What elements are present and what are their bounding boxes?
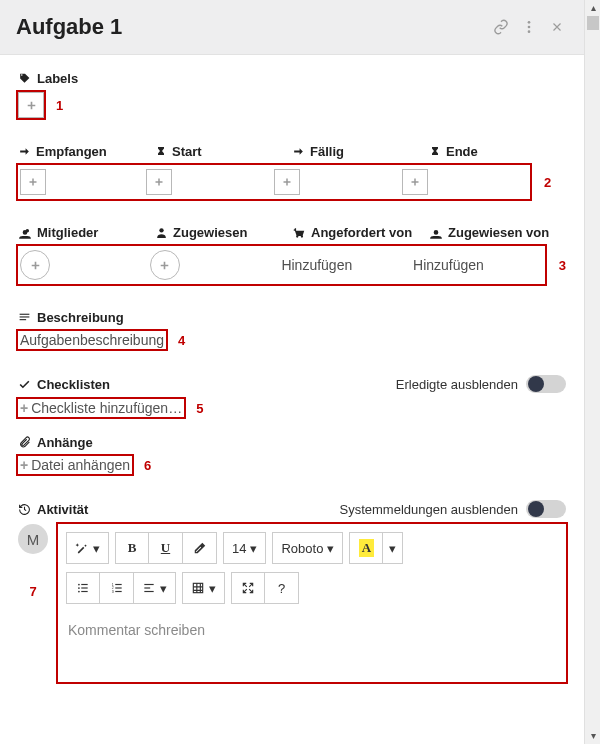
requested-by-icon xyxy=(292,226,306,240)
add-requested-by-button[interactable]: Hinzufügen xyxy=(281,255,352,275)
description-title: Beschreibung xyxy=(37,310,124,325)
annotation-7: 7 xyxy=(29,584,36,599)
chevron-down-icon: ▾ xyxy=(93,541,100,556)
editor-toolbar: ▾ B U 14▾ Roboto▾ xyxy=(58,524,566,572)
received-icon xyxy=(18,145,31,158)
members-icon xyxy=(18,226,32,240)
hide-system-toggle[interactable] xyxy=(526,500,566,518)
add-attachment-button[interactable]: + Datei anhängen xyxy=(18,456,132,474)
comment-editor: ▾ B U 14▾ Roboto▾ xyxy=(58,524,566,682)
scroll-down-arrow[interactable]: ▾ xyxy=(585,728,600,744)
end-icon xyxy=(429,146,441,158)
ul-button[interactable] xyxy=(66,572,100,604)
eraser-button[interactable] xyxy=(183,532,217,564)
section-people: Mitglieder Zugewiesen Angefordert von Zu… xyxy=(18,225,566,284)
add-member-button[interactable] xyxy=(20,250,50,280)
due-label: Fällig xyxy=(310,144,344,159)
scroll-up-arrow[interactable]: ▴ xyxy=(585,0,600,16)
hide-system-label: Systemmeldungen ausblenden xyxy=(339,502,518,517)
attachments-title: Anhänge xyxy=(37,435,93,450)
add-due-button[interactable] xyxy=(274,169,300,195)
ol-button[interactable]: 123 xyxy=(100,572,134,604)
due-icon xyxy=(292,145,305,158)
add-checklist-button[interactable]: + Checkliste hinzufügen… xyxy=(18,399,184,417)
bold-button[interactable]: B xyxy=(115,532,149,564)
underline-button[interactable]: U xyxy=(149,532,183,564)
svg-text:3: 3 xyxy=(111,590,113,594)
section-dates: Empfangen Start xyxy=(18,144,566,199)
link-icon[interactable] xyxy=(490,16,512,38)
task-title[interactable]: Aufgabe 1 xyxy=(16,14,484,40)
add-received-button[interactable] xyxy=(20,169,46,195)
svg-rect-16 xyxy=(115,587,121,588)
assigned-by-icon xyxy=(429,226,443,240)
annotation-6: 6 xyxy=(144,458,151,473)
description-placeholder[interactable]: Aufgabenbeschreibung xyxy=(18,331,166,349)
add-end-button[interactable] xyxy=(402,169,428,195)
chevron-down-icon: ▾ xyxy=(327,541,334,556)
svg-point-3 xyxy=(159,228,163,232)
font-family-select[interactable]: Roboto▾ xyxy=(272,532,343,564)
assigned-by-label: Zugewiesen von xyxy=(448,225,549,240)
section-labels: Labels 1 xyxy=(18,71,566,118)
scroll-thumb[interactable] xyxy=(587,16,599,30)
svg-point-7 xyxy=(78,584,80,586)
annotation-1: 1 xyxy=(56,98,63,113)
svg-point-0 xyxy=(528,21,531,24)
svg-rect-6 xyxy=(20,319,27,320)
svg-rect-10 xyxy=(81,587,87,588)
chevron-down-icon: ▾ xyxy=(160,581,167,596)
add-assignee-button[interactable] xyxy=(150,250,180,280)
activity-title: Aktivität xyxy=(37,502,88,517)
add-label-button[interactable] xyxy=(18,92,44,118)
annotation-3: 3 xyxy=(559,258,566,273)
add-assigned-by-button[interactable]: Hinzufügen xyxy=(413,255,484,275)
chevron-down-icon: ▾ xyxy=(209,581,216,596)
svg-rect-14 xyxy=(115,584,121,585)
svg-rect-12 xyxy=(81,591,87,592)
text-color-button[interactable]: A xyxy=(349,532,383,564)
svg-rect-8 xyxy=(81,584,87,585)
annotation-4: 4 xyxy=(178,333,185,348)
dialog-header: Aufgabe 1 xyxy=(0,0,584,55)
section-checklists: Checklisten Erledigte ausblenden + Check… xyxy=(18,375,566,417)
add-start-button[interactable] xyxy=(146,169,172,195)
svg-rect-21 xyxy=(144,591,153,592)
table-button[interactable]: ▾ xyxy=(182,572,225,604)
description-icon xyxy=(18,311,32,324)
received-label: Empfangen xyxy=(36,144,107,159)
fullscreen-button[interactable] xyxy=(231,572,265,604)
assignee-label: Zugewiesen xyxy=(173,225,247,240)
start-icon xyxy=(155,146,167,158)
more-menu-icon[interactable] xyxy=(518,16,540,38)
font-size-select[interactable]: 14▾ xyxy=(223,532,266,564)
help-button[interactable]: ? xyxy=(265,572,299,604)
hide-done-toggle[interactable] xyxy=(526,375,566,393)
svg-rect-19 xyxy=(144,584,153,585)
annotation-2: 2 xyxy=(544,175,551,190)
section-activity: Aktivität Systemmeldungen ausblenden M 7 xyxy=(18,500,566,682)
svg-point-2 xyxy=(528,30,531,33)
hide-done-label: Erledigte ausblenden xyxy=(396,377,518,392)
svg-point-1 xyxy=(528,26,531,29)
svg-rect-4 xyxy=(20,314,30,315)
magic-button[interactable]: ▾ xyxy=(66,532,109,564)
svg-rect-20 xyxy=(144,587,150,588)
paperclip-icon xyxy=(18,436,32,449)
svg-point-11 xyxy=(78,591,80,593)
svg-point-9 xyxy=(78,587,80,589)
end-label: Ende xyxy=(446,144,478,159)
comment-input[interactable]: Kommentar schreiben xyxy=(58,612,566,682)
svg-rect-5 xyxy=(20,316,30,317)
align-button[interactable]: ▾ xyxy=(134,572,176,604)
section-attachments: Anhänge + Datei anhängen 6 xyxy=(18,435,566,474)
text-color-dropdown[interactable]: ▾ xyxy=(383,532,403,564)
plus-icon: + xyxy=(20,400,28,416)
members-label: Mitglieder xyxy=(37,225,98,240)
start-label: Start xyxy=(172,144,202,159)
vertical-scrollbar[interactable]: ▴ ▾ xyxy=(584,0,600,744)
close-icon[interactable] xyxy=(546,16,568,38)
plus-icon: + xyxy=(20,457,28,473)
check-icon xyxy=(18,378,32,391)
annotation-5: 5 xyxy=(196,401,203,416)
